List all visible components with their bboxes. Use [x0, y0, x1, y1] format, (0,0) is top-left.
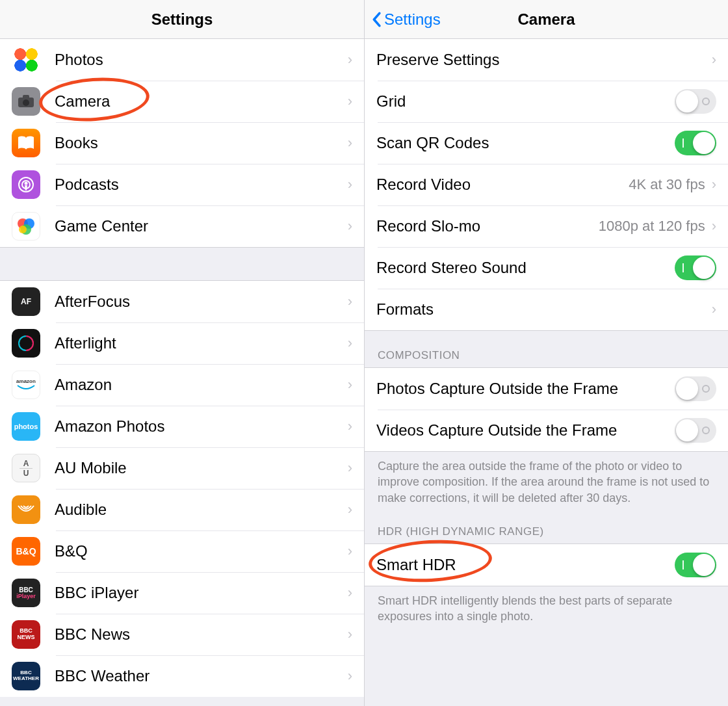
chevron-right-icon: ›	[712, 51, 716, 68]
row-record-video[interactable]: Record Video 4K at 30 fps ›	[365, 164, 728, 205]
row-label: Record Video	[376, 176, 629, 194]
settings-row-bbciplayer[interactable]: BBCiPlayer BBC iPlayer ›	[0, 572, 364, 614]
settings-root-pane: Settings Photos › Camera › Books ›	[0, 0, 364, 706]
composition-footer: Capture the area outside the frame of th…	[365, 452, 728, 519]
settings-row-podcasts[interactable]: Podcasts ›	[0, 164, 364, 205]
chevron-right-icon: ›	[348, 418, 352, 435]
chevron-right-icon: ›	[348, 218, 352, 235]
aumobile-icon: AU	[12, 454, 40, 482]
gamecenter-icon	[12, 212, 40, 241]
afterlight-icon	[12, 329, 40, 358]
row-label: BBC News	[55, 625, 348, 644]
chevron-right-icon: ›	[348, 93, 352, 110]
row-label: B&Q	[55, 542, 348, 560]
composition-section: COMPOSITION	[365, 330, 728, 367]
settings-row-camera[interactable]: Camera ›	[0, 81, 364, 122]
settings-row-afterlight[interactable]: Afterlight ›	[0, 322, 364, 364]
settings-header: Settings	[0, 0, 364, 39]
toggle-grid[interactable]	[675, 89, 716, 114]
settings-row-amazon[interactable]: amazon Amazon ›	[0, 364, 364, 406]
svg-point-1	[23, 99, 29, 106]
settings-row-gamecenter[interactable]: Game Center ›	[0, 205, 364, 247]
row-label: Game Center	[55, 217, 348, 235]
row-label: Preserve Settings	[376, 51, 712, 69]
row-label: Videos Capture Outside the Frame	[376, 421, 675, 439]
row-label: Smart HDR	[376, 556, 675, 574]
row-photos-outside[interactable]: Photos Capture Outside the Frame	[365, 368, 728, 410]
section-header-hdr: HDR (HIGH DYNAMIC RANGE)	[365, 519, 728, 543]
podcasts-icon	[12, 170, 40, 199]
back-button[interactable]: Settings	[371, 0, 441, 38]
hdr-section: HDR (HIGH DYNAMIC RANGE)	[365, 519, 728, 543]
chevron-right-icon: ›	[348, 176, 352, 193]
bq-icon: B&Q	[12, 537, 40, 566]
camera-settings-pane: Settings Camera Preserve Settings › Grid…	[364, 0, 728, 706]
chevron-right-icon: ›	[348, 135, 352, 151]
row-label: Record Stereo Sound	[376, 259, 675, 277]
row-label: Photos Capture Outside the Frame	[376, 380, 675, 398]
svg-point-5	[25, 182, 28, 185]
row-preserve-settings[interactable]: Preserve Settings ›	[365, 39, 728, 81]
settings-group-apple: Photos › Camera › Books › Podcasts	[0, 39, 364, 247]
svg-rect-2	[23, 95, 29, 99]
row-record-slomo[interactable]: Record Slo-mo 1080p at 120 fps ›	[365, 205, 728, 247]
row-label: Audible	[55, 501, 348, 519]
photos-icon	[12, 46, 40, 74]
row-stereo-sound[interactable]: Record Stereo Sound	[365, 247, 728, 289]
settings-title: Settings	[151, 10, 213, 29]
camera-title: Camera	[517, 10, 575, 29]
settings-row-photos[interactable]: Photos ›	[0, 39, 364, 81]
settings-row-bq[interactable]: B&Q B&Q ›	[0, 530, 364, 572]
chevron-right-icon: ›	[348, 668, 352, 685]
settings-row-afterfocus[interactable]: AF AfterFocus ›	[0, 281, 364, 322]
settings-row-aumobile[interactable]: AU AU Mobile ›	[0, 447, 364, 489]
settings-row-books[interactable]: Books ›	[0, 122, 364, 164]
audible-icon	[12, 495, 40, 524]
row-label: AfterFocus	[55, 293, 348, 311]
row-label: Scan QR Codes	[376, 134, 675, 152]
settings-row-amazonphotos[interactable]: photos Amazon Photos ›	[0, 406, 364, 447]
composition-group: Photos Capture Outside the Frame Videos …	[365, 367, 728, 452]
settings-group-thirdparty: AF AfterFocus › Afterlight › amazon Amaz…	[0, 281, 364, 697]
amazon-icon: amazon	[12, 371, 40, 399]
hdr-group: Smart HDR	[365, 543, 728, 586]
row-label: Camera	[55, 92, 348, 111]
chevron-right-icon: ›	[712, 176, 716, 193]
camera-group-main: Preserve Settings › Grid Scan QR Codes R…	[365, 39, 728, 330]
row-scan-qr[interactable]: Scan QR Codes	[365, 122, 728, 164]
toggle-smart-hdr[interactable]	[675, 553, 716, 577]
amazonphotos-icon: photos	[12, 412, 40, 441]
row-label: Photos	[55, 51, 348, 69]
back-label: Settings	[384, 10, 441, 29]
chevron-right-icon: ›	[348, 335, 352, 352]
bbcnews-icon: BBCNEWS	[12, 620, 40, 649]
camera-header: Settings Camera	[365, 0, 728, 39]
toggle-scan-qr[interactable]	[675, 131, 716, 155]
group-spacer	[0, 247, 364, 281]
row-label: Formats	[376, 300, 712, 319]
row-label: Amazon Photos	[55, 417, 348, 436]
svg-point-9	[19, 226, 27, 233]
settings-row-audible[interactable]: Audible ›	[0, 489, 364, 530]
books-icon	[12, 129, 40, 157]
row-label: Books	[55, 134, 348, 152]
chevron-right-icon: ›	[348, 543, 352, 560]
toggle-videos-outside[interactable]	[675, 418, 716, 443]
section-header-composition: COMPOSITION	[365, 331, 728, 367]
row-videos-outside[interactable]: Videos Capture Outside the Frame	[365, 410, 728, 451]
settings-row-bbcnews[interactable]: BBCNEWS BBC News ›	[0, 614, 364, 655]
row-value: 4K at 30 fps	[629, 176, 705, 193]
bbcweather-icon: BBCWEATHER	[12, 662, 40, 690]
toggle-stereo[interactable]	[675, 255, 716, 280]
row-smart-hdr[interactable]: Smart HDR	[365, 544, 728, 586]
chevron-right-icon: ›	[348, 584, 352, 601]
chevron-right-icon: ›	[348, 460, 352, 477]
row-label: Amazon	[55, 376, 348, 394]
row-formats[interactable]: Formats ›	[365, 289, 728, 330]
row-grid[interactable]: Grid	[365, 81, 728, 122]
toggle-photos-outside[interactable]	[675, 376, 716, 401]
settings-row-bbcweather[interactable]: BBCWEATHER BBC Weather ›	[0, 655, 364, 697]
row-label: Record Slo-mo	[376, 217, 599, 235]
row-label: Afterlight	[55, 334, 348, 352]
chevron-right-icon: ›	[348, 501, 352, 518]
